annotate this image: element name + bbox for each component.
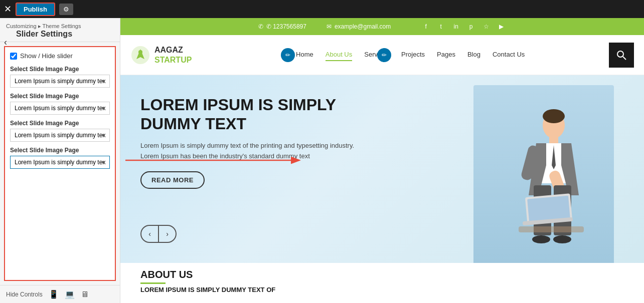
nav-blog[interactable]: Blog (467, 49, 480, 61)
website: ✆ ✆ 1237565897 ✉ example@gmail.com f t i… (120, 18, 644, 303)
nav-about[interactable]: About Us (326, 49, 352, 61)
publish-button[interactable]: Publish (16, 3, 55, 16)
email-icon: ✉ (327, 23, 332, 30)
hero-content: LOREM IPSUM IS SIMPLY DUMMY TEXT Lorem I… (140, 95, 371, 189)
slider-next-button[interactable]: › (158, 225, 177, 243)
nav-contact[interactable]: Contact Us (493, 49, 525, 61)
sidebar-header: ‹ Customizing ▸ Theme Settings Slider Se… (0, 18, 120, 42)
edit-nav-pencil[interactable]: ✏ (377, 48, 391, 62)
read-more-button[interactable]: READ MORE (140, 171, 205, 189)
youtube-icon[interactable]: ▶ (496, 22, 506, 32)
annotation-arrow (120, 153, 306, 170)
select-input-4[interactable]: Lorem Ipsum is simply dummy text (10, 156, 110, 169)
facebook-icon[interactable]: f (421, 22, 431, 32)
svg-point-6 (543, 109, 565, 123)
edit-logo-pencil[interactable]: ✏ (281, 48, 295, 62)
hide-controls-link[interactable]: Hide Controls (6, 291, 43, 298)
select-input-2[interactable]: Lorem Ipsum is simply dummy text (10, 102, 110, 115)
select-label-1: Select Slide Image Page (10, 66, 110, 73)
nav-home[interactable]: Home (296, 49, 313, 61)
show-hide-checkbox-row: Show / Hide slider (10, 52, 110, 60)
about-section: ABOUT US LOREM IPSUM IS SIMPLY DUMMY TEX… (120, 263, 644, 303)
email-item: ✉ example@gmail.com (327, 23, 391, 30)
footer-icon-3[interactable]: 🖥 (81, 290, 89, 299)
top-bar: ✆ ✆ 1237565897 ✉ example@gmail.com f t i… (120, 18, 644, 35)
select-group-2: Select Slide Image Page Lorem Ipsum is s… (10, 93, 110, 115)
social-icons: f t in p ☆ ▶ (421, 22, 506, 32)
nav-bar: ✏ AAGAZ STARTUP ✏ Home About Us (120, 35, 644, 75)
sidebar-title: Slider Settings (6, 30, 114, 39)
logo-line1: AAGAZ (154, 45, 192, 55)
select-label-3: Select Slide Image Page (10, 120, 110, 127)
about-subtitle: LOREM IPSUM IS SIMPLY DUMMY TEXT OF (140, 286, 624, 293)
email-address: example@gmail.com (335, 23, 391, 30)
nav-pages[interactable]: Pages (437, 49, 455, 61)
svg-point-20 (553, 235, 571, 243)
select-input-3[interactable]: Lorem Ipsum is simply dummy text (10, 129, 110, 142)
settings-button[interactable]: ⚙ (59, 4, 73, 15)
select-input-1[interactable]: Lorem Ipsum is simply dummy text (10, 75, 110, 88)
back-arrow[interactable]: ‹ (4, 37, 7, 48)
select-label-4: Select Slide Image Page (10, 147, 110, 154)
select-group-4: Select Slide Image Page Lorem Ipsum is s… (10, 147, 110, 169)
hero-title: LOREM IPSUM IS SIMPLY DUMMY TEXT (140, 95, 371, 134)
twitter-icon[interactable]: t (436, 22, 446, 32)
logo-svg (130, 45, 150, 65)
svg-rect-7 (549, 136, 558, 144)
nav-search[interactable] (609, 43, 634, 68)
about-underline (140, 282, 166, 284)
slider-nav: ‹ › (140, 225, 177, 243)
logo-text: AAGAZ STARTUP (154, 45, 192, 64)
pinterest-icon[interactable]: p (466, 22, 476, 32)
sidebar-footer: Hide Controls 📱 💻 🖥 (0, 285, 120, 303)
sidebar-content: Show / Hide slider Select Slide Image Pa… (4, 46, 116, 281)
select-wrapper-3: Lorem Ipsum is simply dummy text ▼ (10, 129, 110, 142)
search-icon (616, 50, 626, 60)
about-title: ABOUT US (140, 269, 624, 280)
logo-area: AAGAZ STARTUP (130, 45, 192, 65)
select-wrapper-2: Lorem Ipsum is simply dummy text ▼ (10, 102, 110, 115)
logo-line2: STARTUP (154, 55, 192, 65)
footer-icon-2[interactable]: 💻 (65, 289, 75, 299)
select-group-3: Select Slide Image Page Lorem Ipsum is s… (10, 120, 110, 142)
select-wrapper-1: Lorem Ipsum is simply dummy text ▼ (10, 75, 110, 88)
slider-prev-button[interactable]: ‹ (140, 225, 158, 243)
svg-line-3 (623, 57, 626, 60)
preview-area: ✆ ✆ 1237565897 ✉ example@gmail.com f t i… (120, 18, 644, 303)
svg-rect-21 (519, 226, 584, 232)
close-button[interactable]: ✕ (4, 4, 12, 15)
instagram-icon[interactable]: ☆ (481, 22, 491, 32)
hero-section: LOREM IPSUM IS SIMPLY DUMMY TEXT Lorem I… (120, 75, 644, 303)
show-slider-label[interactable]: Show / Hide slider (20, 52, 73, 60)
breadcrumb: Customizing ▸ Theme Settings (6, 23, 114, 30)
phone-number: ✆ 1237565897 (266, 23, 306, 30)
show-slider-checkbox[interactable] (10, 53, 17, 60)
footer-icon-1[interactable]: 📱 (49, 289, 59, 299)
admin-bar: ✕ Publish ⚙ (0, 0, 644, 18)
linkedin-icon[interactable]: in (451, 22, 461, 32)
main-layout: ‹ Customizing ▸ Theme Settings Slider Se… (0, 18, 644, 303)
svg-point-19 (532, 235, 550, 243)
phone-icon: ✆ (258, 23, 263, 30)
phone-item: ✆ ✆ 1237565897 (258, 23, 306, 30)
nav-items: Home About Us Services Projects Pages Bl… (212, 49, 609, 61)
nav-projects[interactable]: Projects (401, 49, 425, 61)
sidebar: ‹ Customizing ▸ Theme Settings Slider Se… (0, 18, 120, 303)
select-group-1: Select Slide Image Page Lorem Ipsum is s… (10, 66, 110, 88)
select-label-2: Select Slide Image Page (10, 93, 110, 100)
svg-point-2 (617, 51, 623, 57)
svg-point-1 (138, 50, 142, 54)
select-wrapper-4: Lorem Ipsum is simply dummy text ▼ (10, 156, 110, 169)
